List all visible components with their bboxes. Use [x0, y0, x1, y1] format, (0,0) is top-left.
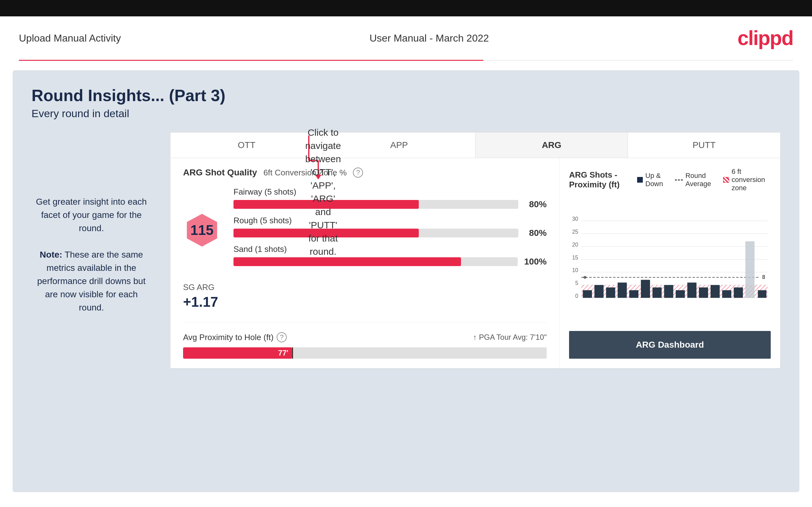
stat-label-sand: Sand (1 shots) [234, 244, 547, 254]
chart-legend: Up & Down Round Average 6 ft conversion … [637, 168, 771, 192]
nav-annotation: Click to navigate between 'OTT', 'APP', … [305, 126, 341, 258]
widget-left-header: ARG Shot Quality 6ft Conversion Zone % ? [183, 168, 547, 178]
hex-score-row: 115 Fairway (5 shots) 80% [183, 187, 547, 273]
stat-bar-row-sand: 100% [234, 257, 547, 267]
stat-pct-sand: 100% [524, 257, 547, 267]
proximity-cursor [292, 347, 293, 359]
widget-panel: OTT APP ARG PUTT ARG Shot Quality 6ft Co… [170, 132, 780, 369]
svg-rect-29 [641, 280, 650, 298]
svg-rect-31 [664, 285, 673, 298]
widget-left: ARG Shot Quality 6ft Conversion Zone % ?… [170, 158, 560, 368]
stat-bar-row-fairway: 80% [234, 199, 547, 210]
svg-rect-27 [618, 282, 627, 297]
tab-putt[interactable]: PUTT [628, 132, 780, 158]
clippd-logo: clippd [738, 26, 793, 50]
svg-rect-30 [653, 287, 662, 298]
stat-label-fairway: Fairway (5 shots) [234, 187, 547, 197]
svg-text:8: 8 [762, 274, 765, 280]
legend-round-avg: Round Average [675, 172, 716, 188]
legend-up-down-label: Up & Down [645, 172, 667, 188]
legend-round-avg-icon [675, 179, 683, 180]
legend-round-avg-label: Round Average [685, 172, 716, 188]
nav-annotation-container: Click to navigate between 'OTT', 'APP', … [290, 132, 328, 179]
hex-number: 115 [190, 222, 213, 238]
legend-conversion-zone-label: 6 ft conversion zone [732, 168, 771, 192]
pga-avg: ↑ PGA Tour Avg: 7'10" [473, 333, 547, 342]
chart-svg: 0 5 10 15 20 25 30 [569, 199, 771, 312]
proximity-bar-fill: 77' [183, 347, 292, 359]
stat-bar-bg-sand [234, 257, 518, 266]
proximity-help-icon[interactable]: ? [277, 332, 287, 342]
main-content: Round Insights... (Part 3) Every round i… [13, 70, 799, 492]
header-center-label: User Manual - March 2022 [370, 33, 489, 44]
legend-conversion-zone-icon [723, 177, 729, 183]
proximity-label: Avg Proximity to Hole (ft) ? [183, 332, 287, 342]
svg-text:0: 0 [575, 293, 578, 299]
svg-rect-36 [722, 290, 731, 298]
stat-bar-bg-fairway [234, 200, 518, 209]
stat-row-rough: Rough (5 shots) 80% [234, 216, 547, 238]
arg-dashboard-button[interactable]: ARG Dashboard [569, 331, 771, 359]
stat-row-fairway: Fairway (5 shots) 80% [234, 187, 547, 210]
tab-app[interactable]: APP [323, 132, 475, 158]
svg-rect-33 [687, 282, 696, 297]
stat-label-rough: Rough (5 shots) [234, 216, 547, 225]
svg-rect-32 [675, 290, 685, 298]
stat-bar-row-rough: 80% [234, 228, 547, 238]
svg-text:10: 10 [572, 267, 578, 273]
insight-text: Get greater insight into each facet of y… [32, 195, 151, 314]
legend-conversion-zone: 6 ft conversion zone [723, 168, 771, 192]
widget-right: ARG Shots - Proximity (ft) Up & Down Rou… [560, 158, 780, 368]
stats-area: Fairway (5 shots) 80% Rough (5 shots) [234, 187, 547, 273]
svg-rect-24 [583, 290, 592, 298]
page-title: Round Insights... (Part 3) [32, 86, 780, 105]
svg-text:15: 15 [572, 255, 578, 261]
shot-quality-label: ARG Shot Quality [183, 168, 257, 178]
stat-bar-fill-sand [234, 257, 461, 266]
svg-rect-39 [758, 290, 766, 298]
svg-text:20: 20 [572, 241, 578, 248]
stat-bar-bg-rough [234, 229, 518, 237]
stat-pct-rough: 80% [525, 228, 547, 238]
hexagon-score: 115 [183, 211, 221, 249]
tab-arg[interactable]: ARG [475, 132, 628, 158]
widget-content: ARG Shot Quality 6ft Conversion Zone % ?… [170, 158, 780, 368]
svg-text:25: 25 [572, 229, 578, 235]
svg-rect-25 [594, 285, 603, 298]
svg-rect-34 [699, 287, 708, 298]
footer: Copyright Clippd 2021 [0, 502, 812, 507]
proximity-bar-text: 77' [278, 349, 288, 357]
svg-text:30: 30 [572, 216, 578, 222]
proximity-header: Avg Proximity to Hole (ft) ? ↑ PGA Tour … [183, 332, 547, 342]
stat-pct-fairway: 80% [525, 199, 547, 210]
left-panel: Get greater insight into each facet of y… [32, 132, 151, 314]
chart-header: ARG Shots - Proximity (ft) Up & Down Rou… [569, 168, 771, 192]
svg-marker-23 [582, 276, 588, 279]
proximity-bar-bg: 77' [183, 347, 547, 359]
top-bar [0, 0, 812, 16]
insight-note: Note: [40, 250, 62, 260]
sg-label: SG ARG [183, 282, 547, 292]
svg-rect-37 [734, 287, 743, 298]
svg-text:5: 5 [575, 280, 578, 286]
legend-up-down-icon [637, 177, 643, 183]
proximity-section: Avg Proximity to Hole (ft) ? ↑ PGA Tour … [183, 323, 547, 359]
tabs: OTT APP ARG PUTT [170, 132, 780, 158]
header: Upload Manual Activity User Manual - Mar… [0, 16, 812, 60]
upload-manual-activity[interactable]: Upload Manual Activity [19, 33, 121, 44]
header-divider [19, 60, 793, 61]
help-icon[interactable]: ? [353, 168, 363, 178]
stat-row-sand: Sand (1 shots) 100% [234, 244, 547, 267]
sg-section: SG ARG +1.17 [183, 282, 547, 310]
svg-rect-38 [746, 241, 755, 297]
svg-rect-28 [629, 290, 639, 298]
page-subtitle: Every round in detail [32, 107, 780, 120]
svg-rect-35 [711, 285, 720, 298]
legend-up-down: Up & Down [637, 172, 667, 188]
svg-rect-26 [606, 287, 615, 298]
chart-title: ARG Shots - Proximity (ft) [569, 170, 637, 189]
sg-value: +1.17 [183, 294, 547, 310]
chart-area: 0 5 10 15 20 25 30 [569, 199, 771, 325]
content-layout: Get greater insight into each facet of y… [32, 132, 780, 369]
